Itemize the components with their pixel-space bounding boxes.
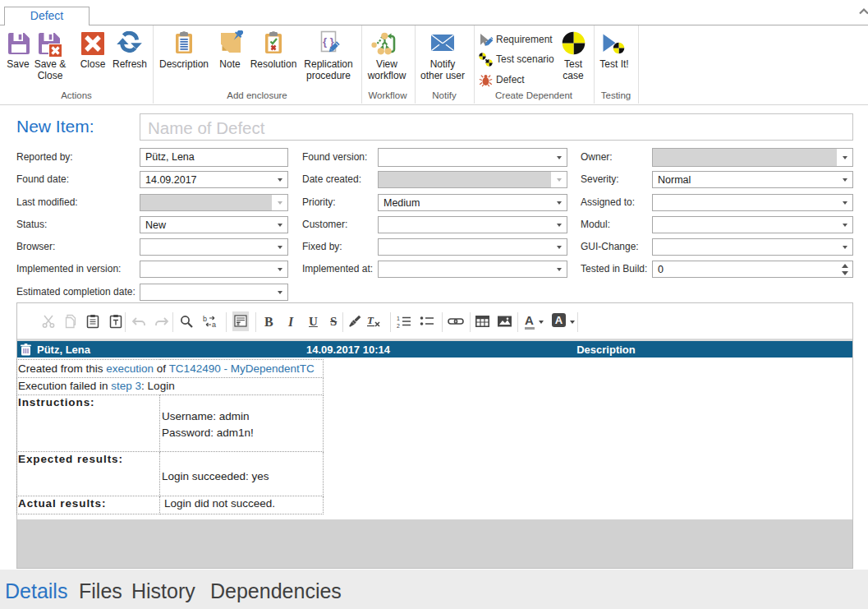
svg-text:T: T xyxy=(367,314,374,326)
svg-text:{ }: { } xyxy=(323,35,334,48)
svg-text:a: a xyxy=(212,321,216,329)
svg-text:2: 2 xyxy=(397,323,400,329)
svg-text:1: 1 xyxy=(397,316,400,321)
svg-text:b: b xyxy=(203,315,207,323)
